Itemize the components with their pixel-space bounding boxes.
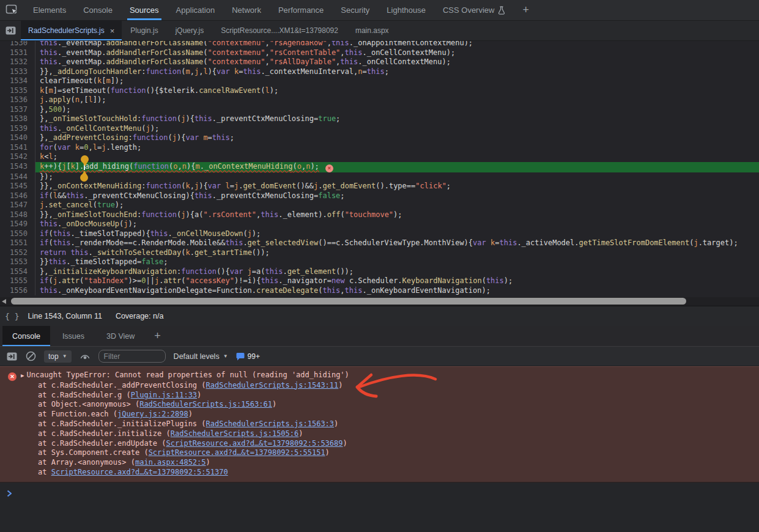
line-number[interactable]: 1543 bbox=[0, 162, 35, 172]
line-number[interactable]: 1547 bbox=[0, 201, 35, 210]
issues-badge[interactable]: 99+ bbox=[236, 352, 260, 361]
stack-link[interactable]: ScriptResource.axd?d…&t=13798092:5:51370 bbox=[51, 468, 228, 476]
stack-link[interactable]: jQuery.js:2:2898 bbox=[117, 410, 188, 418]
clear-console-button[interactable] bbox=[25, 351, 36, 362]
line-number[interactable]: 1540 bbox=[0, 133, 35, 143]
code-text[interactable]: k[m]=setTimeout(function(){$telerik.canc… bbox=[35, 86, 759, 96]
live-expression-button[interactable] bbox=[80, 351, 91, 362]
line-number[interactable]: 1555 bbox=[0, 276, 35, 286]
more-panels-button[interactable]: + bbox=[514, 0, 538, 20]
code-line[interactable]: 1543k++){j[k].add_hiding(function(o,n){m… bbox=[0, 162, 759, 172]
tab-network[interactable]: Network bbox=[223, 0, 270, 20]
file-tab-jQuery.js[interactable]: jQuery.js bbox=[167, 21, 212, 40]
line-number[interactable]: 1554 bbox=[0, 267, 35, 277]
file-tab-RadSchedulerScripts.js[interactable]: RadSchedulerScripts.js× bbox=[21, 21, 122, 40]
pretty-print-icon[interactable]: { } bbox=[5, 312, 19, 321]
stack-link[interactable]: Plugin.js:11:33 bbox=[131, 391, 197, 399]
toggle-navigator-button[interactable] bbox=[0, 21, 21, 40]
line-number[interactable]: 1551 bbox=[0, 238, 35, 248]
line-number[interactable]: 1536 bbox=[0, 95, 35, 105]
line-number[interactable]: 1530 bbox=[0, 41, 35, 48]
tab-sources[interactable]: Sources bbox=[121, 0, 168, 20]
tab-performance[interactable]: Performance bbox=[270, 0, 332, 20]
code-text[interactable]: },_onTimeSlotTouchHold:function(j){this.… bbox=[35, 114, 759, 124]
code-text[interactable]: return this._switchToSelectedDay(k.get_s… bbox=[35, 248, 759, 258]
code-line[interactable]: 1531this._eventMap.addHandlerForClassNam… bbox=[0, 48, 759, 58]
line-number[interactable]: 1532 bbox=[0, 57, 35, 67]
drawer-tab-issues[interactable]: Issues bbox=[53, 326, 94, 346]
code-line[interactable]: 1547j.set_cancel(true); bbox=[0, 201, 759, 210]
code-line[interactable]: 1536j.apply(n,[l]); bbox=[0, 95, 759, 105]
code-line[interactable]: 1535k[m]=setTimeout(function(){$telerik.… bbox=[0, 86, 759, 96]
code-line[interactable]: 1544}); bbox=[0, 172, 759, 182]
code-text[interactable]: this._eventMap.addHandlerForClassName("c… bbox=[35, 48, 759, 58]
code-text[interactable]: if(this._renderMode==c.RenderMode.Mobile… bbox=[35, 238, 759, 248]
code-line[interactable]: 1538},_onTimeSlotTouchHold:function(j){t… bbox=[0, 114, 759, 124]
console-filter-input[interactable] bbox=[98, 350, 166, 363]
line-number[interactable]: 1546 bbox=[0, 191, 35, 201]
line-number[interactable]: 1553 bbox=[0, 257, 35, 267]
code-line[interactable]: 1533}},_addLongTouchHandler:function(m,j… bbox=[0, 67, 759, 77]
file-tab-Plugin.js[interactable]: Plugin.js bbox=[122, 21, 166, 40]
code-line[interactable]: 1553}}this._timeSlotTapped=false; bbox=[0, 257, 759, 267]
code-text[interactable]: for(var k=0,l=j.length; bbox=[35, 143, 759, 153]
code-line[interactable]: 1537},500); bbox=[0, 105, 759, 115]
code-line[interactable]: 1541for(var k=0,l=j.length; bbox=[0, 143, 759, 153]
tab-security[interactable]: Security bbox=[332, 0, 378, 20]
stack-link[interactable]: RadSchedulerScripts.js:1505:6 bbox=[171, 429, 299, 438]
scroll-left-arrow-icon[interactable] bbox=[2, 299, 6, 304]
code-line[interactable]: 1551if(this._renderMode==c.RenderMode.Mo… bbox=[0, 238, 759, 248]
line-number[interactable]: 1538 bbox=[0, 114, 35, 124]
tab-elements[interactable]: Elements bbox=[24, 0, 75, 20]
horizontal-scrollbar[interactable] bbox=[0, 297, 759, 306]
expand-stack-triangle-icon[interactable]: ▶ bbox=[21, 371, 24, 381]
more-drawer-tabs-button[interactable]: + bbox=[144, 326, 171, 346]
code-text[interactable]: }},_onTimeSlotTouchEnd:function(j){a(".r… bbox=[35, 210, 759, 220]
code-text[interactable]: this._onCellContextMenu(j); bbox=[35, 124, 759, 134]
scrollbar-thumb[interactable] bbox=[11, 298, 686, 305]
code-editor[interactable]: 1530this._eventMap.addHandlerForClassNam… bbox=[0, 41, 759, 297]
stack-link[interactable]: RadSchedulerScripts.js:1543:11 bbox=[206, 381, 339, 390]
line-number[interactable]: 1552 bbox=[0, 248, 35, 258]
line-number[interactable]: 1544 bbox=[0, 172, 35, 182]
code-line[interactable]: 1530this._eventMap.addHandlerForClassNam… bbox=[0, 41, 759, 48]
code-line[interactable]: 1549this._onDocMouseUp(j); bbox=[0, 220, 759, 229]
code-text[interactable]: if(l&&this._preventCtxMenuClosing){this.… bbox=[35, 191, 759, 201]
stack-link[interactable]: ScriptResource.axd?d…&t=13798092:5:53689 bbox=[166, 439, 343, 448]
code-text[interactable]: this._eventMap.addHandlerForClassName("c… bbox=[35, 57, 759, 67]
code-text[interactable]: }},_addLongTouchHandler:function(m,j,l){… bbox=[35, 67, 759, 77]
code-line[interactable]: 1545}},_onContextMenuHiding:function(k,j… bbox=[0, 182, 759, 191]
line-number[interactable]: 1531 bbox=[0, 48, 35, 58]
code-text[interactable]: },500); bbox=[35, 105, 759, 115]
code-line[interactable]: 1548}},_onTimeSlotTouchEnd:function(j){a… bbox=[0, 210, 759, 220]
code-line[interactable]: 1554},_initializeKeyboardNavigation:func… bbox=[0, 267, 759, 277]
stack-link[interactable]: ScriptResource.axd?d…&t=13798092:5:55151 bbox=[149, 448, 325, 457]
line-number[interactable]: 1549 bbox=[0, 220, 35, 229]
code-text[interactable]: this._onKeyboardEventNavigationDelegate=… bbox=[35, 286, 759, 296]
code-line[interactable]: 1532this._eventMap.addHandlerForClassNam… bbox=[0, 57, 759, 67]
code-text[interactable]: },_initializeKeyboardNavigation:function… bbox=[35, 267, 759, 277]
code-text[interactable]: j.apply(n,[l]); bbox=[35, 95, 759, 105]
line-number[interactable]: 1542 bbox=[0, 152, 35, 162]
code-line[interactable]: 1542k<l; bbox=[0, 152, 759, 162]
code-text[interactable]: this._onDocMouseUp(j); bbox=[35, 220, 759, 229]
code-line[interactable]: 1534clearTimeout(k[m]); bbox=[0, 76, 759, 86]
line-number[interactable]: 1534 bbox=[0, 76, 35, 86]
stack-link[interactable]: RadSchedulerScripts.js:1563:3 bbox=[206, 419, 335, 428]
file-tab-main.aspx[interactable]: main.aspx bbox=[347, 21, 398, 40]
drawer-tab-3d-view[interactable]: 3D View bbox=[97, 326, 144, 346]
code-text[interactable]: }}this._timeSlotTapped=false; bbox=[35, 257, 759, 267]
line-number[interactable]: 1556 bbox=[0, 286, 35, 296]
code-text[interactable]: k<l; bbox=[35, 152, 759, 162]
code-text[interactable]: k++){j[k].add_hiding(function(o,n){m._on… bbox=[35, 162, 759, 172]
stack-link[interactable]: RadSchedulerScripts.js:1563:61 bbox=[139, 400, 272, 408]
code-text[interactable]: if(this._timeSlotTapped){this._onCellMou… bbox=[35, 229, 759, 239]
code-line[interactable]: 1539this._onCellContextMenu(j); bbox=[0, 124, 759, 134]
tab-lighthouse[interactable]: Lighthouse bbox=[378, 0, 434, 20]
tab-console[interactable]: Console bbox=[75, 0, 121, 20]
code-line[interactable]: 1555if(j.attr("tabIndex")>=0||j.attr("ac… bbox=[0, 276, 759, 286]
console-prompt[interactable] bbox=[0, 482, 759, 500]
code-text[interactable]: j.set_cancel(true); bbox=[35, 201, 759, 210]
code-text[interactable]: }},_onContextMenuHiding:function(k,j){va… bbox=[35, 182, 759, 191]
tab-css-overview[interactable]: CSS Overview bbox=[434, 0, 514, 20]
